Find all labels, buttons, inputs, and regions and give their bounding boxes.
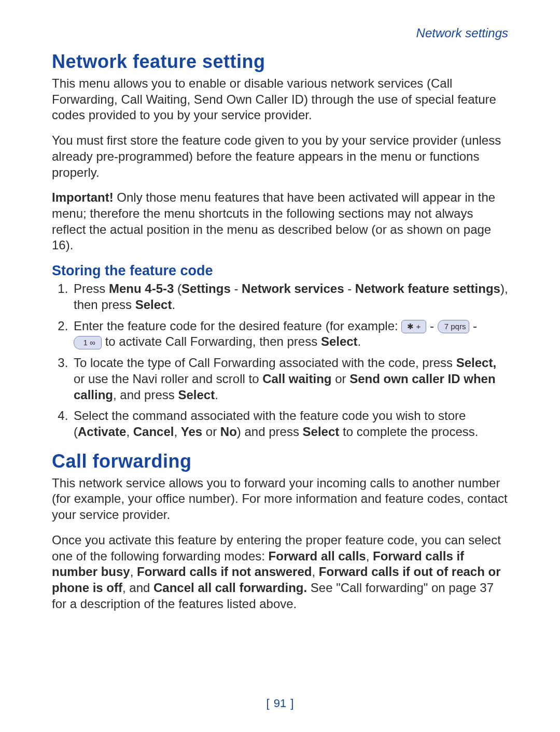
paragraph: This menu allows you to enable or disabl… (52, 76, 508, 123)
text: - (430, 319, 438, 333)
text-bold: Call waiting (262, 372, 331, 386)
key-one-icon: 1 ∞ (74, 336, 102, 349)
text: ( (174, 281, 181, 295)
running-head: Network settings (52, 26, 508, 40)
text: to complete the process. (339, 425, 478, 439)
text-bold: Activate (78, 425, 126, 439)
list-item: Press Menu 4-5-3 (Settings - Network ser… (72, 281, 508, 313)
text: , (126, 425, 133, 439)
text: . (172, 298, 175, 312)
text-bold: Select (135, 298, 172, 312)
text: Enter the feature code for the desired f… (74, 319, 401, 333)
list-item: Enter the feature code for the desired f… (72, 318, 508, 350)
text-bold: Yes (181, 425, 202, 439)
text: or use the Navi roller and scroll to (74, 372, 262, 386)
important-label: Important! (52, 190, 114, 204)
key-seven-icon: 7 pqrs (438, 320, 470, 333)
text: ) and press (237, 425, 303, 439)
text-bold: Forward all calls (269, 549, 366, 563)
text: or (332, 372, 350, 386)
paragraph: This network service allows you to forwa… (52, 475, 508, 523)
text-bold: Network feature settings (355, 281, 500, 295)
text: or (202, 425, 220, 439)
text: , and (122, 581, 153, 595)
text-bold: Menu 4-5-3 (109, 281, 174, 295)
text: To locate the type of Call Forwarding as… (74, 356, 456, 370)
text: - (344, 281, 355, 295)
text-bold: Forward calls if not answered (137, 565, 312, 579)
text: , and press (113, 388, 178, 402)
text: . (358, 334, 361, 348)
list-item: To locate the type of Call Forwarding as… (72, 355, 508, 403)
text: , (130, 565, 137, 579)
text-bold: Network services (242, 281, 344, 295)
text: , (174, 425, 180, 439)
manual-page: Network settings Network feature setting… (0, 0, 560, 732)
text: - (231, 281, 242, 295)
text-bold: Select (303, 425, 340, 439)
page-number-value: 91 (274, 697, 286, 710)
text: to activate Call Forwarding, then press (105, 334, 321, 348)
steps-list: Press Menu 4-5-3 (Settings - Network ser… (52, 281, 508, 440)
text-bold: Select (321, 334, 358, 348)
bracket-left-icon: [ (267, 697, 270, 710)
text-bold: Select, (456, 356, 496, 370)
text: Only those menu features that have been … (52, 190, 495, 252)
text: Press (74, 281, 109, 295)
heading-storing-feature-code: Storing the feature code (52, 263, 508, 279)
paragraph-important: Important! Only those menu features that… (52, 190, 508, 254)
paragraph: You must first store the feature code gi… (52, 133, 508, 180)
text-bold: Cancel (133, 425, 174, 439)
text: , (312, 565, 318, 579)
heading-network-feature-setting: Network feature setting (52, 51, 508, 73)
text: , (366, 549, 373, 563)
text-bold: Select (178, 388, 215, 402)
paragraph: Once you activate this feature by enteri… (52, 532, 508, 612)
bracket-right-icon: ] (290, 697, 293, 710)
text-bold: Settings (181, 281, 231, 295)
text: . (215, 388, 218, 402)
key-star-icon: ✱ + (401, 320, 426, 333)
text-bold: Cancel all call forwarding. (153, 581, 307, 595)
text: - (473, 319, 477, 333)
page-number: [ 91 ] (0, 697, 560, 710)
list-item: Select the command associated with the f… (72, 408, 508, 440)
heading-call-forwarding: Call forwarding (52, 451, 508, 472)
text-bold: No (220, 425, 237, 439)
